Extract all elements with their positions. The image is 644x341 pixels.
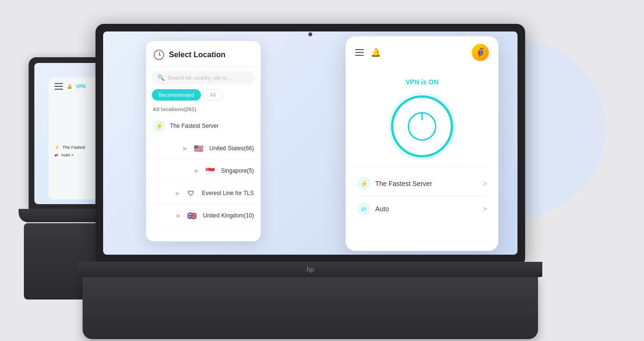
section-label: All locations(261) bbox=[146, 104, 261, 115]
header-left: 🔔 bbox=[355, 47, 381, 58]
auto-row-text: Auto bbox=[375, 205, 389, 213]
user-avatar[interactable]: 🦸 bbox=[472, 44, 489, 61]
laptop-main-keyboard bbox=[83, 277, 538, 339]
tab-recommended[interactable]: Recommended bbox=[152, 89, 201, 101]
power-button-ring[interactable] bbox=[391, 95, 453, 157]
server-item-everest[interactable]: ▶ 🛡 Everest Line for TLS bbox=[146, 182, 261, 205]
uk-chevron: ▶ bbox=[177, 212, 181, 219]
auto-row-arrow: > bbox=[483, 205, 487, 213]
us-server-name: United States(66) bbox=[210, 145, 254, 152]
auto-icon: ⇄ bbox=[361, 205, 367, 213]
main-vpn-panel: 🔔 🦸 VPN is ON ⚡ bbox=[346, 36, 498, 251]
sg-server-name: Singapore(5) bbox=[221, 167, 254, 174]
auto-row-icon: ⇄ bbox=[357, 202, 370, 216]
server-item-us[interactable]: ▶ 🇺🇸 United States(66) bbox=[146, 137, 261, 160]
select-location-panel: Select Location 🔍 Search for country, ci… bbox=[146, 41, 261, 241]
tabs-row: Recommended All bbox=[146, 89, 261, 104]
laptop-main: Select Location 🔍 Search for country, ci… bbox=[95, 24, 525, 329]
everest-server-name: Everest Line for TLS bbox=[202, 190, 254, 196]
fastest-server-row[interactable]: ⚡ The Fastest Server > bbox=[357, 177, 487, 190]
fastest-icon-wrap: ⚡ bbox=[153, 120, 165, 132]
server-item-fastest[interactable]: ⚡ The Fastest Server bbox=[146, 115, 261, 137]
everest-chevron: ▶ bbox=[176, 190, 180, 196]
fastest-server-name: The Fastest Server bbox=[170, 123, 219, 129]
mini-lightning-icon: ⚡ bbox=[54, 145, 60, 150]
notification-bell-icon[interactable]: 🔔 bbox=[370, 47, 381, 58]
vpn-status-area: VPN is ON bbox=[346, 69, 498, 167]
mini-vpn-badge: VPN bbox=[76, 84, 86, 89]
clock-icon bbox=[154, 50, 164, 60]
fastest-lightning-icon: ⚡ bbox=[360, 180, 368, 187]
mini-fastest-server-label: The Fastest bbox=[63, 145, 85, 150]
auto-row[interactable]: ⇄ Auto > bbox=[357, 202, 487, 216]
us-chevron: ▶ bbox=[183, 145, 188, 152]
laptop-brand-logo: hp bbox=[306, 266, 314, 273]
us-flag: 🇺🇸 bbox=[192, 142, 205, 155]
scene: 🔔 VPN ⚡ The Fastest ⇄ Auto > bbox=[0, 0, 644, 341]
sg-chevron: ▶ bbox=[195, 167, 199, 174]
mini-hamburger-icon bbox=[54, 83, 63, 90]
vpn-main-header: 🔔 🦸 bbox=[346, 36, 498, 69]
server-item-uk[interactable]: ▶ 🇬🇧 United Kingdom(10) bbox=[146, 205, 261, 227]
mini-bell-icon: 🔔 bbox=[67, 84, 72, 89]
laptop-main-screen-inner: Select Location 🔍 Search for country, ci… bbox=[103, 31, 517, 255]
sg-flag: 🇸🇬 bbox=[204, 165, 216, 177]
mini-auto-icon: ⇄ bbox=[54, 153, 58, 157]
vpn-info-rows: ⚡ The Fastest Server > ⇄ Auto > bbox=[346, 167, 498, 225]
search-icon: 🔍 bbox=[158, 74, 165, 81]
laptop-main-screen-outer: Select Location 🔍 Search for country, ci… bbox=[95, 24, 525, 262]
fastest-server-row-text: The Fastest Server bbox=[375, 180, 432, 187]
search-placeholder: Search for country, city or... bbox=[168, 75, 231, 81]
uk-server-name: United Kingdom(10) bbox=[203, 212, 254, 219]
mini-auto-label: Auto > bbox=[61, 153, 74, 157]
hamburger-menu-icon[interactable] bbox=[355, 49, 364, 56]
tab-all[interactable]: All bbox=[203, 89, 223, 101]
uk-flag: 🇬🇧 bbox=[186, 209, 198, 222]
everest-flag: 🛡 bbox=[185, 187, 197, 199]
fastest-server-row-icon: ⚡ bbox=[357, 177, 370, 190]
fastest-server-row-arrow: > bbox=[483, 180, 487, 187]
server-item-sg[interactable]: ▶ 🇸🇬 Singapore(5) bbox=[146, 160, 261, 182]
laptop-main-base: hp bbox=[78, 262, 542, 277]
divider-middle bbox=[357, 196, 487, 196]
select-panel-header: Select Location bbox=[146, 41, 261, 66]
lightning-icon: ⚡ bbox=[155, 122, 163, 130]
search-box[interactable]: 🔍 Search for country, city or... bbox=[152, 71, 255, 84]
vpn-status-text: VPN is ON bbox=[405, 78, 438, 86]
select-panel-title: Select Location bbox=[169, 51, 225, 59]
power-icon-inner bbox=[408, 112, 436, 141]
